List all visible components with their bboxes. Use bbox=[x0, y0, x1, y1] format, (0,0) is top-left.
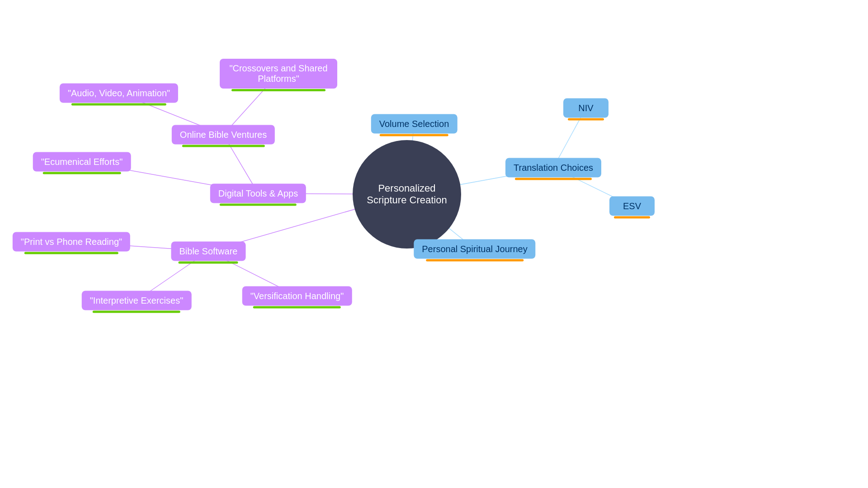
versification-label: "Versification Handling" bbox=[250, 291, 344, 301]
interpretive-box: "Interpretive Exercises" bbox=[82, 291, 192, 310]
node-personal-journey[interactable]: Personal Spiritual Journey bbox=[414, 239, 535, 259]
niv-box: NIV bbox=[563, 99, 609, 118]
translation-choices-label: Translation Choices bbox=[514, 163, 593, 173]
audio-video-label: "Audio, Video, Animation" bbox=[68, 88, 170, 98]
node-online-bible[interactable]: Online Bible Ventures bbox=[172, 125, 275, 145]
crossovers-label: "Crossovers and Shared Platforms" bbox=[229, 63, 327, 84]
node-ecumenical[interactable]: "Ecumenical Efforts" bbox=[33, 152, 131, 172]
print-phone-label: "Print vs Phone Reading" bbox=[21, 237, 122, 247]
versification-box: "Versification Handling" bbox=[242, 286, 352, 306]
node-bible-software[interactable]: Bible Software bbox=[171, 242, 246, 261]
node-volume-selection[interactable]: Volume Selection bbox=[371, 114, 458, 134]
node-versification[interactable]: "Versification Handling" bbox=[242, 286, 352, 306]
node-niv[interactable]: NIV bbox=[563, 99, 609, 118]
digital-tools-label: Digital Tools & Apps bbox=[218, 188, 298, 198]
node-print-phone[interactable]: "Print vs Phone Reading" bbox=[13, 232, 130, 252]
print-phone-box: "Print vs Phone Reading" bbox=[13, 232, 130, 252]
node-audio-video[interactable]: "Audio, Video, Animation" bbox=[60, 84, 178, 103]
node-crossovers[interactable]: "Crossovers and Shared Platforms" bbox=[220, 59, 337, 89]
center-node: Personalized Scripture Creation bbox=[353, 140, 461, 249]
ecumenical-label: "Ecumenical Efforts" bbox=[41, 157, 123, 167]
audio-video-box: "Audio, Video, Animation" bbox=[60, 84, 178, 103]
volume-selection-box: Volume Selection bbox=[371, 114, 458, 134]
bible-software-box: Bible Software bbox=[171, 242, 246, 261]
personal-journey-label: Personal Spiritual Journey bbox=[422, 244, 527, 254]
crossovers-box: "Crossovers and Shared Platforms" bbox=[220, 59, 337, 89]
node-translation-choices[interactable]: Translation Choices bbox=[505, 158, 601, 178]
niv-label: NIV bbox=[578, 103, 593, 113]
volume-selection-label: Volume Selection bbox=[379, 119, 449, 129]
online-bible-label: Online Bible Ventures bbox=[180, 130, 267, 140]
online-bible-box: Online Bible Ventures bbox=[172, 125, 275, 145]
translation-choices-box: Translation Choices bbox=[505, 158, 601, 178]
bible-software-label: Bible Software bbox=[179, 246, 238, 256]
ecumenical-box: "Ecumenical Efforts" bbox=[33, 152, 131, 172]
personal-journey-box: Personal Spiritual Journey bbox=[414, 239, 535, 259]
node-esv[interactable]: ESV bbox=[609, 197, 655, 216]
interpretive-label: "Interpretive Exercises" bbox=[90, 296, 184, 305]
node-interpretive[interactable]: "Interpretive Exercises" bbox=[82, 291, 192, 310]
esv-box: ESV bbox=[609, 197, 655, 216]
digital-tools-box: Digital Tools & Apps bbox=[210, 184, 306, 203]
center-label: Personalized Scripture Creation bbox=[362, 183, 452, 206]
node-digital-tools[interactable]: Digital Tools & Apps bbox=[210, 184, 306, 203]
esv-label: ESV bbox=[623, 201, 641, 211]
